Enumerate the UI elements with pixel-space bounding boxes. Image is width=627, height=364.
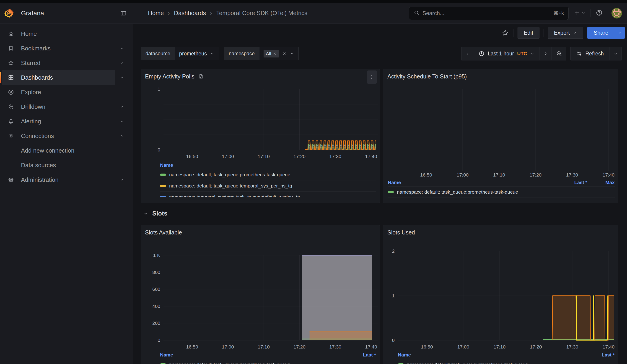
sidebar-item-label: Explore (21, 89, 131, 96)
time-shift-forward-button[interactable] (539, 47, 552, 60)
legend-column-max[interactable]: Max (587, 180, 615, 185)
sidebar-item-administration[interactable]: Administration (2, 172, 131, 187)
svg-text:1 K: 1 K (153, 253, 160, 258)
legend-column-name[interactable]: Name (160, 162, 376, 168)
edit-button[interactable]: Edit (518, 27, 539, 39)
breadcrumb-dashboards[interactable]: Dashboards (174, 9, 206, 17)
legend-series-name[interactable]: namespace: default; task_queue:prometheu… (407, 362, 528, 364)
time-range-button[interactable]: Last 1 hour UTC (474, 47, 539, 60)
time-series-plot[interactable]: 16:5017:0017:1017:2017:3017:400200400600… (141, 225, 380, 364)
search-icon (414, 10, 419, 16)
legend-swatch (160, 196, 166, 197)
panel-title: Slots Available (145, 229, 182, 236)
svg-text:17:20: 17:20 (530, 344, 542, 349)
panel-slots-available: Slots Available 16:5017:0017:1017:2017:3… (141, 225, 380, 364)
home-icon (8, 31, 15, 37)
svg-text:0: 0 (392, 338, 395, 343)
sidebar-item-home[interactable]: Home (2, 26, 131, 41)
help-button[interactable] (594, 8, 604, 18)
legend-column-name[interactable]: Name (160, 352, 342, 358)
grafana-app: Grafana Home › Dashboards › Temporal Cor… (0, 0, 627, 364)
legend-row[interactable]: namespace: default; task_queue:prometheu… (160, 359, 376, 364)
legend-row[interactable]: namespace: default; task_queue:prometheu… (398, 359, 615, 364)
breadcrumb-home[interactable]: Home (148, 9, 164, 17)
share-button[interactable]: Share (587, 27, 615, 39)
x-axis: 16:5017:0017:1017:2017:3017:40 (420, 89, 615, 177)
chevron-down-icon (210, 51, 214, 56)
legend-row[interactable]: namespace: default; task_queue:temporal_… (160, 180, 376, 191)
sidebar-item-dashboards[interactable]: Dashboards (2, 70, 131, 85)
window-top-strip (0, 0, 627, 3)
zoom-out-button[interactable] (552, 47, 566, 60)
legend-row[interactable]: namespace: temporal_system; task_queue:d… (160, 191, 376, 197)
sidebar-item-bookmarks[interactable]: Bookmarks (2, 41, 131, 56)
search-shortcut: ⌘+k (553, 10, 564, 16)
legend-column-last-[interactable]: Last * (553, 180, 587, 185)
namespace-chip[interactable]: All (263, 50, 279, 57)
sidebar-item-explore[interactable]: Explore (2, 85, 131, 100)
legend-series-name[interactable]: namespace: default; task_queue:prometheu… (397, 189, 518, 195)
sidebar-item-drilldown[interactable]: Drilldown (2, 100, 131, 114)
svg-text:16:50: 16:50 (186, 344, 198, 349)
svg-text:16:50: 16:50 (420, 172, 432, 177)
legend-column-name[interactable]: Name (398, 352, 580, 358)
favorite-star-button[interactable] (501, 29, 509, 37)
legend-series-name[interactable]: namespace: default; task_queue:temporal_… (169, 183, 292, 189)
add-button[interactable] (572, 8, 587, 18)
datasource-select[interactable]: prometheus (175, 47, 219, 60)
panel-title: Slots Used (387, 229, 415, 236)
datasource-label: datasource (141, 47, 175, 60)
grafana-logo-icon[interactable] (4, 8, 14, 18)
sidebar-item-data-sources[interactable]: Data sources (2, 158, 131, 172)
chevron-down-icon (119, 46, 124, 51)
sidebar-item-starred[interactable]: Starred (2, 56, 131, 70)
time-controls: Last 1 hour UTC Refresh (461, 47, 622, 60)
time-shift-back-button[interactable] (462, 47, 474, 60)
legend-series-name[interactable]: namespace: default; task_queue:prometheu… (169, 362, 290, 364)
legend-column-last-[interactable]: Last * (580, 352, 615, 358)
legend-row[interactable]: namespace: default; task_queue:prometheu… (160, 169, 376, 180)
legend-column-name[interactable]: Name (388, 180, 553, 185)
legend-rows: namespace: default; task_queue:prometheu… (388, 186, 615, 198)
legend-header: NameLast * (398, 351, 615, 359)
sidebar-item-add-new-connection[interactable]: Add new connection (2, 143, 131, 158)
chip-remove-icon[interactable] (273, 52, 277, 55)
legend-column-last-[interactable]: Last * (342, 352, 376, 358)
panel-description-icon[interactable] (198, 74, 204, 79)
export-button[interactable]: Export (548, 27, 583, 39)
sidebar-item-alerting[interactable]: Alerting (2, 114, 131, 129)
sidebar-item-connections[interactable]: Connections (2, 129, 131, 143)
refresh-button[interactable]: Refresh (571, 47, 609, 60)
search-input[interactable]: Search... ⌘+k (409, 7, 569, 20)
share-dropdown-button[interactable] (615, 27, 625, 39)
svg-text:17:20: 17:20 (530, 172, 542, 177)
avatar[interactable] (612, 8, 622, 18)
chevron-down-icon (290, 51, 294, 56)
panel-header[interactable]: Slots Used (383, 225, 618, 240)
chevron-down-icon (581, 11, 585, 15)
refresh-group: Refresh (571, 47, 622, 60)
svg-text:17:30: 17:30 (329, 344, 341, 349)
panel-header[interactable]: Slots Available (141, 225, 380, 240)
panel-menu-button[interactable] (367, 70, 377, 84)
time-series-plot[interactable]: 16:5017:0017:1017:2017:3017:40012 (383, 225, 618, 364)
breadcrumb: Home › Dashboards › Temporal Core SDK (O… (148, 9, 307, 17)
legend-row[interactable]: namespace: default; task_queue:prometheu… (388, 186, 615, 198)
panel-header[interactable]: Empty Activity Polls (141, 69, 380, 84)
clear-selection-icon[interactable] (282, 51, 287, 56)
slots-section-toggle[interactable]: Slots (143, 210, 167, 217)
svg-text:17:30: 17:30 (329, 154, 341, 159)
legend-series-name[interactable]: namespace: temporal_system; task_queue:d… (169, 194, 300, 197)
svg-text:400: 400 (152, 304, 160, 309)
timezone-label: UTC (517, 51, 527, 56)
legend-series-name[interactable]: namespace: default; task_queue:prometheu… (169, 172, 290, 177)
sidebar-collapse-icon[interactable] (120, 10, 127, 17)
panel-header[interactable]: Activity Schedule To Start (p95) (383, 69, 618, 84)
refresh-interval-button[interactable] (609, 47, 622, 60)
divider (590, 9, 591, 17)
svg-text:17:40: 17:40 (365, 154, 377, 159)
panel-slots-used: Slots Used 16:5017:0017:1017:2017:3017:4… (383, 225, 618, 364)
namespace-select[interactable]: All (260, 47, 299, 60)
svg-text:2: 2 (392, 248, 395, 254)
svg-text:600: 600 (152, 286, 160, 292)
